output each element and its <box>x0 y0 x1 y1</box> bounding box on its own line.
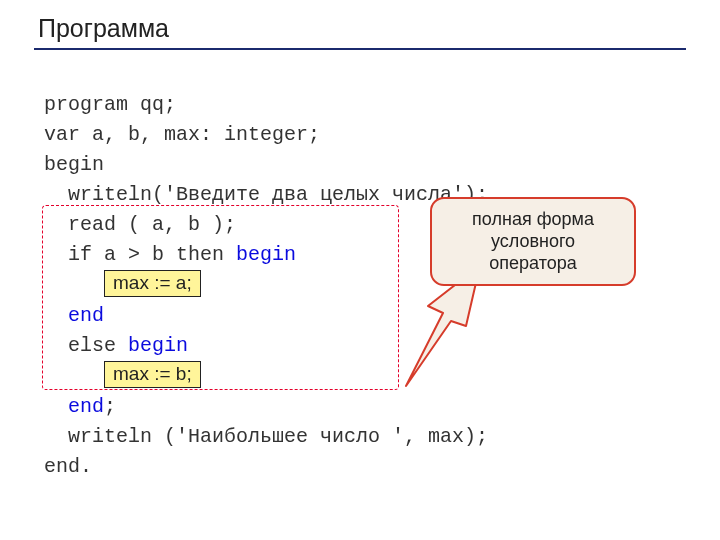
callout-tail-icon <box>388 271 498 391</box>
callout-line: оператора <box>438 252 628 274</box>
code-line: writeln ('Наибольшее число ', max); <box>44 425 488 448</box>
keyword-begin: begin <box>236 243 296 266</box>
callout-line: полная форма <box>438 208 628 230</box>
code-line: var a, b, max: integer; <box>44 123 320 146</box>
code-line: end. <box>44 455 92 478</box>
code-line: writeln('Введите два целых числа'); <box>44 183 488 206</box>
code-line: read ( a, b ); <box>44 213 236 236</box>
highlight-max-a: max := a; <box>104 270 201 297</box>
code-line: max := a; <box>44 274 201 297</box>
code-line: max := b; <box>44 365 201 388</box>
callout-line: условного <box>438 230 628 252</box>
highlight-max-b: max := b; <box>104 361 201 388</box>
code-line: begin <box>44 153 104 176</box>
code-line: program qq; <box>44 93 176 116</box>
keyword-end: end <box>68 304 104 327</box>
code-line: end; <box>44 395 116 418</box>
page-title: Программа <box>38 14 169 43</box>
keyword-end: end <box>68 395 104 418</box>
code-line: end <box>44 304 104 327</box>
title-underline <box>34 48 686 50</box>
keyword-begin: begin <box>128 334 188 357</box>
code-line: else begin <box>44 334 188 357</box>
code-line: if a > b then begin <box>44 243 296 266</box>
callout-bubble: полная форма условного оператора <box>430 197 636 286</box>
